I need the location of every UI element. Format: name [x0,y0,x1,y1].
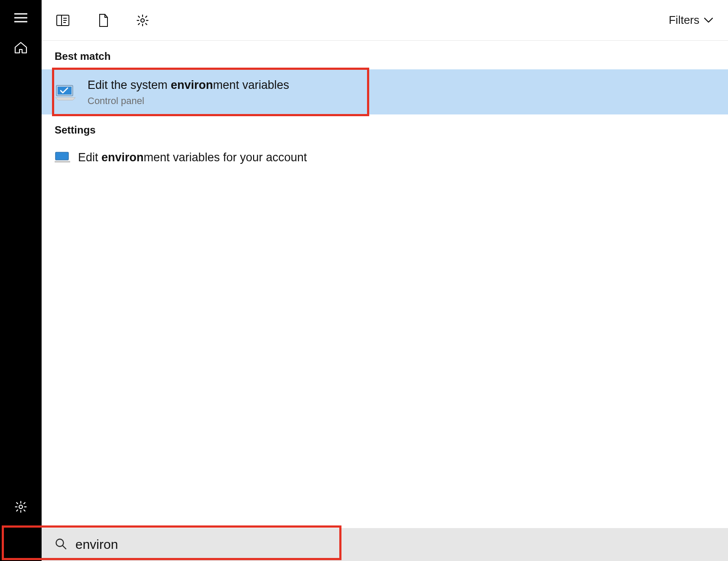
settings-gear-icon[interactable] [14,500,27,513]
chevron-down-icon [704,17,713,23]
svg-marker-12 [55,98,75,100]
svg-rect-14 [55,161,70,163]
best-match-section-header: Best match [42,41,728,69]
settings-result-title: Edit environment variables for your acco… [78,151,307,164]
settings-filter-gear-icon[interactable] [136,14,149,27]
settings-result[interactable]: Edit environment variables for your acco… [42,143,728,172]
search-icon [55,538,67,551]
svg-line-16 [63,546,66,549]
filters-dropdown-button[interactable]: Filters [669,13,722,27]
best-match-subtitle: Control panel [88,95,289,107]
best-match-title: Edit the system environment variables [88,77,289,94]
control-panel-system-icon [55,83,76,101]
home-icon[interactable] [14,42,27,54]
apps-filter-icon[interactable] [56,14,69,27]
search-filter-bar: Filters [42,0,728,41]
user-env-vars-icon [55,151,70,164]
svg-rect-13 [55,152,68,160]
documents-filter-icon[interactable] [97,14,110,27]
search-results: Best match Edit the system environment v… [42,41,728,528]
filters-label: Filters [669,13,699,27]
svg-point-9 [141,19,144,22]
hamburger-menu-icon[interactable] [14,13,27,23]
svg-rect-4 [57,15,69,26]
settings-section-header: Settings [42,114,728,143]
svg-point-3 [19,505,23,509]
start-sidebar [0,0,42,561]
search-bar[interactable] [42,528,728,561]
search-input[interactable] [75,528,728,561]
best-match-result[interactable]: Edit the system environment variables Co… [42,69,728,114]
